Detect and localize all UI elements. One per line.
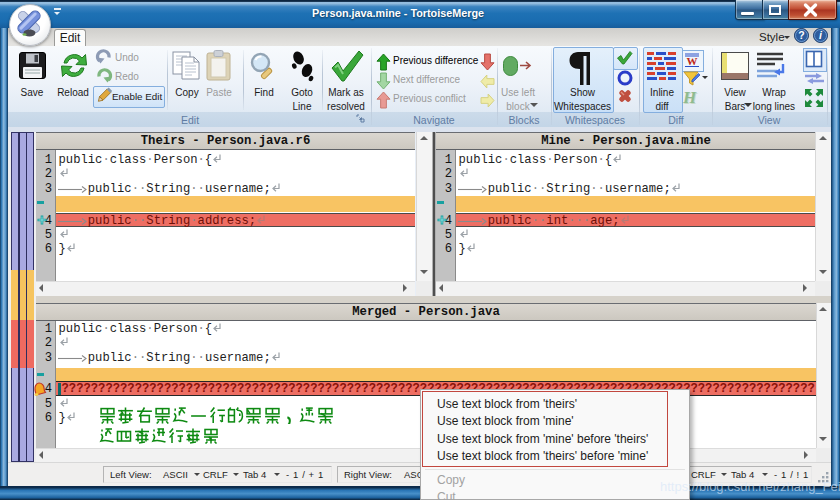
svg-text:?: ? <box>798 29 804 41</box>
svg-text:W: W <box>687 55 698 67</box>
